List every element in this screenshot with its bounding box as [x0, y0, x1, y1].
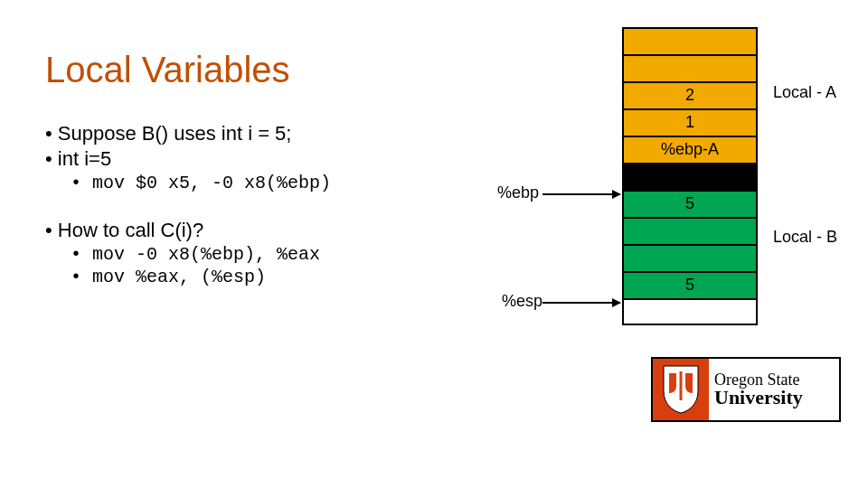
osu-logo: Oregon State University: [651, 357, 841, 422]
stack-cell: [622, 163, 758, 190]
content-bullets: • Suppose B() uses int i = 5; • int i=5 …: [45, 122, 331, 289]
osu-line2: University: [714, 388, 834, 408]
bullet-suppose: • Suppose B() uses int i = 5;: [45, 122, 331, 145]
stack-cell: 2: [622, 81, 758, 108]
code-mov-load: • mov -0 x8(%ebp), %eax: [71, 244, 331, 265]
label-local-a: Local - A: [773, 83, 836, 102]
osu-logo-text: Oregon State University: [709, 359, 839, 420]
stack-diagram: 2 1 %ebp-A 5 5: [622, 27, 758, 325]
osu-shield-icon: [653, 359, 709, 420]
code-mov-push: • mov %eax, (%esp): [71, 267, 331, 287]
stack-cell: 1: [622, 108, 758, 136]
stack-cell-local5: 5: [622, 190, 758, 217]
stack-cell-arg5: 5: [622, 271, 758, 298]
stack-cell: [622, 54, 758, 81]
pointer-label-ebp: %ebp: [497, 183, 539, 202]
bullet-int-i: • int i=5: [45, 147, 331, 171]
arrow-esp: [542, 302, 620, 304]
stack-cell-ebpA: %ebp-A: [622, 136, 758, 163]
code-mov-store: • mov $0 x5, -0 x8(%ebp): [71, 173, 331, 193]
label-local-b: Local - B: [773, 228, 837, 247]
stack-cell: [622, 244, 758, 271]
stack-cell: [622, 298, 758, 325]
pointer-label-esp: %esp: [502, 292, 542, 311]
stack-cell: [622, 217, 758, 244]
arrow-ebp: [542, 193, 620, 195]
stack-cell: [622, 27, 758, 54]
slide-title: Local Variables: [45, 50, 290, 90]
bullet-how-call: • How to call C(i)?: [45, 219, 331, 242]
